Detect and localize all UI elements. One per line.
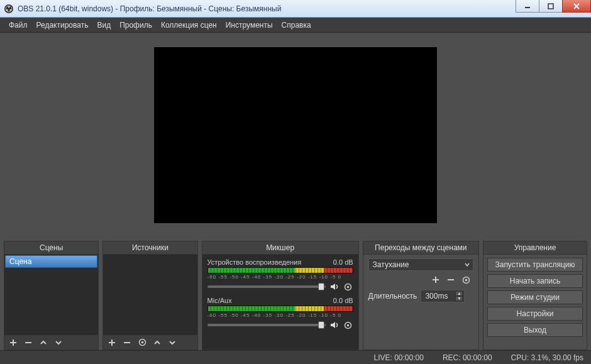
sources-toolbar [103, 334, 197, 350]
speaker-icon [330, 321, 339, 329]
mixer-mute-button[interactable] [329, 320, 340, 330]
menu-help[interactable]: Справка [282, 21, 311, 30]
bottom-panels: Сцены Сцена Источники [0, 237, 591, 350]
menu-scene-collection[interactable]: Коллекция сцен [161, 21, 217, 30]
preview-canvas[interactable] [154, 47, 437, 223]
remove-transition-button[interactable] [446, 275, 456, 285]
source-settings-button[interactable] [137, 338, 147, 348]
transition-select[interactable]: Затухание [368, 258, 473, 271]
duration-label: Длительность [368, 292, 417, 301]
panel-mixer: Микшер Устройство воспроизведения 0.0 dB… [202, 241, 359, 350]
gear-icon [344, 321, 352, 329]
status-rec: REC: 00:00:00 [443, 353, 492, 362]
mixer-volume-slider[interactable] [207, 324, 326, 326]
studio-mode-button[interactable]: Режим студии [487, 290, 583, 304]
mixer-channel-name: Mic/Aux [207, 297, 232, 304]
chevron-down-icon [168, 339, 176, 346]
maximize-button[interactable] [539, 0, 563, 13]
svg-point-22 [347, 324, 350, 326]
controls-body: Запустить трансляцию Начать запись Режим… [483, 255, 587, 350]
remove-source-button[interactable] [122, 338, 132, 348]
transitions-body: Затухание Длительность 300ms ▲ ▼ [363, 255, 478, 350]
slider-thumb[interactable] [318, 283, 324, 290]
close-button[interactable] [562, 0, 591, 13]
svg-point-2 [8, 6, 10, 8]
scenes-list[interactable]: Сцена [4, 255, 98, 334]
start-streaming-button[interactable]: Запустить трансляцию [487, 258, 583, 272]
chevron-down-icon [55, 339, 62, 346]
menu-bar: Файл Редактировать Вид Профиль Коллекция… [0, 18, 591, 33]
add-transition-button[interactable] [431, 275, 441, 285]
preview-area [0, 33, 591, 237]
minus-icon [123, 339, 131, 346]
menu-view[interactable]: Вид [97, 21, 111, 30]
svg-point-3 [6, 9, 8, 11]
plus-icon [432, 276, 439, 284]
exit-button[interactable]: Выход [487, 323, 583, 337]
spin-up-button[interactable]: ▲ [455, 291, 463, 296]
start-recording-button[interactable]: Начать запись [487, 274, 583, 288]
maximize-icon [548, 3, 554, 9]
window-title: OBS 21.0.1 (64bit, windows) - Профиль: Б… [18, 4, 281, 13]
menu-edit[interactable]: Редактировать [36, 21, 89, 30]
source-down-button[interactable] [167, 338, 177, 348]
gear-icon [462, 276, 470, 284]
mixer-settings-button[interactable] [343, 320, 353, 330]
mixer-volume-slider[interactable] [207, 285, 326, 288]
menu-file[interactable]: Файл [9, 21, 28, 30]
minimize-button[interactable] [516, 0, 539, 13]
spin-down-button[interactable]: ▼ [455, 296, 463, 301]
scene-down-button[interactable] [53, 338, 64, 348]
mixer-settings-button[interactable] [343, 282, 353, 292]
status-cpu: CPU: 3.1%, 30.00 fps [511, 353, 583, 362]
chevron-up-icon [40, 339, 47, 346]
status-live: LIVE: 00:00:00 [373, 353, 423, 362]
mixer-channel: Устройство воспроизведения 0.0 dB -60 -5… [207, 258, 353, 292]
svg-marker-20 [331, 322, 335, 328]
window-titlebar[interactable]: OBS 21.0.1 (64bit, windows) - Профиль: Б… [0, 0, 591, 18]
panel-sources-header: Источники [103, 241, 197, 255]
transition-duration-input[interactable]: 300ms ▲ ▼ [421, 290, 465, 302]
mixer-meter [207, 306, 353, 312]
svg-point-27 [465, 279, 467, 281]
panel-mixer-header: Микшер [202, 241, 358, 255]
add-source-button[interactable] [107, 338, 117, 348]
close-icon [573, 3, 580, 9]
transition-selected-value: Затухание [373, 260, 409, 269]
source-up-button[interactable] [152, 338, 162, 348]
gear-icon [138, 338, 146, 346]
menu-profile[interactable]: Профиль [119, 21, 152, 30]
plus-icon [9, 339, 17, 346]
panel-sources: Источники [102, 241, 197, 350]
settings-button[interactable]: Настройки [487, 307, 583, 321]
mixer-scale: -60 -55 -50 -45 -40 -35 -30 -25 -20 -15 … [207, 312, 353, 318]
speaker-icon [330, 282, 339, 291]
svg-marker-17 [331, 284, 335, 290]
plus-icon [108, 339, 116, 346]
svg-point-19 [347, 285, 350, 288]
slider-thumb[interactable] [318, 321, 324, 329]
panel-controls: Управление Запустить трансляцию Начать з… [483, 241, 587, 350]
minimize-icon [524, 3, 531, 9]
obs-app-icon [4, 4, 14, 14]
sources-list[interactable] [103, 255, 197, 334]
mixer-channel-level: 0.0 dB [333, 297, 353, 304]
chevron-down-icon [464, 262, 470, 268]
panel-scenes-header: Сцены [4, 241, 98, 255]
panel-controls-header: Управление [483, 241, 587, 255]
gear-icon [344, 283, 352, 291]
panel-transitions: Переходы между сценами Затухание Длитель… [363, 241, 479, 350]
panel-scenes: Сцены Сцена [4, 241, 99, 350]
minus-icon [447, 276, 455, 284]
scene-item[interactable]: Сцена [5, 255, 97, 268]
chevron-up-icon [153, 339, 161, 346]
mixer-list: Устройство воспроизведения 0.0 dB -60 -5… [202, 255, 358, 350]
add-scene-button[interactable] [8, 338, 18, 348]
scenes-toolbar [4, 334, 98, 350]
svg-rect-6 [548, 4, 553, 9]
remove-scene-button[interactable] [23, 338, 33, 348]
menu-tools[interactable]: Инструменты [226, 21, 273, 30]
scene-up-button[interactable] [38, 338, 48, 348]
transition-settings-button[interactable] [461, 275, 471, 285]
mixer-mute-button[interactable] [329, 282, 340, 292]
